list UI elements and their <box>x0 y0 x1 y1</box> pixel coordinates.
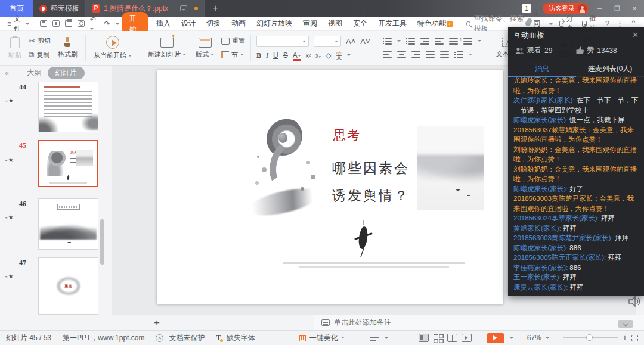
format-painter-button[interactable]: 格式刷 <box>53 34 82 62</box>
slide-thumbnail-47[interactable]: 重点 <box>38 257 98 315</box>
slide-thumbnail-46[interactable] <box>38 198 98 250</box>
more-menu-button[interactable]: ⋮ <box>616 19 624 28</box>
print-preview-icon[interactable] <box>78 20 85 27</box>
slide-sorter-view-button[interactable] <box>433 334 443 342</box>
distribute-icon[interactable] <box>440 51 449 58</box>
slide-title-text[interactable]: 思考 <box>333 127 361 144</box>
slide-thumbnail-45-current[interactable]: 思考 <box>38 140 98 187</box>
tab-docer-templates[interactable]: 稻壳模板 <box>33 0 86 17</box>
outline-tab[interactable]: 大纲 <box>27 68 42 78</box>
slide-number: 44 <box>11 83 26 92</box>
italic-button[interactable]: I <box>266 51 268 60</box>
multilevel-list-icon[interactable] <box>454 51 463 58</box>
justify-icon[interactable] <box>426 51 435 58</box>
underline-button[interactable]: U <box>273 51 278 60</box>
increase-font-icon[interactable]: A˄ <box>346 37 355 46</box>
beautify-button[interactable]: 一键美化 <box>299 333 345 343</box>
normal-view-button[interactable] <box>419 334 429 342</box>
tab-messages[interactable]: 消息 <box>508 61 576 76</box>
paste-button[interactable]: 粘贴 <box>4 34 26 62</box>
subscript-button[interactable]: x₂ <box>315 52 321 59</box>
copy-button[interactable]: ⧉复制 <box>29 50 51 60</box>
tab-animation[interactable]: 动画 <box>226 18 251 29</box>
reading-view-button[interactable] <box>447 334 457 342</box>
clear-format-icon[interactable]: ◇ <box>326 51 331 60</box>
tab-features[interactable]: 特色功能› <box>412 18 458 29</box>
panel-close-icon[interactable]: ✕ <box>632 30 639 39</box>
slides-tab[interactable]: 幻灯片 <box>48 67 85 79</box>
slide-body-line2[interactable]: 诱发舆情？ <box>332 187 410 205</box>
increase-indent-icon[interactable] <box>435 38 444 45</box>
superscript-button[interactable]: x² <box>306 52 311 59</box>
cut-button[interactable]: ✂剪切 <box>29 36 51 45</box>
current-slide[interactable]: 思考 哪些因素会 诱发舆情？ <box>157 70 503 304</box>
fit-to-window-button[interactable] <box>631 335 638 341</box>
export-icon[interactable] <box>52 20 60 27</box>
tab-mic-list[interactable]: 连麦列表(0人) <box>576 61 644 76</box>
line-spacing-icon[interactable] <box>449 38 458 45</box>
reset-button[interactable]: 重置 <box>221 36 245 45</box>
ink-landscape-image[interactable] <box>417 126 484 210</box>
chevron-down-icon <box>347 54 351 58</box>
align-left-icon[interactable] <box>383 51 392 58</box>
bold-button[interactable]: B <box>256 51 261 60</box>
scroll-down-button[interactable] <box>618 320 633 328</box>
notes-bar[interactable]: 单击此处添加备注 <box>314 315 644 330</box>
tab-design[interactable]: 设计 <box>176 18 201 29</box>
zoom-in-button[interactable]: + <box>623 333 627 343</box>
undo-icon[interactable]: ↶ <box>90 15 98 32</box>
presenter-view-button[interactable] <box>462 334 472 342</box>
thumbs-up-icon <box>576 46 584 54</box>
bird-silhouette-image[interactable] <box>352 220 374 258</box>
help-button[interactable]: ? <box>605 19 609 28</box>
layout-button[interactable]: 版式 <box>191 34 219 62</box>
slideshow-play-button[interactable] <box>487 333 504 343</box>
notes-toggle-icon[interactable] <box>370 335 379 341</box>
strikethrough-button[interactable]: S <box>283 51 288 60</box>
play-from-current-button[interactable]: 从当前开始 <box>89 34 137 62</box>
bullet-list-icon[interactable] <box>383 38 392 45</box>
tab-security[interactable]: 安全 <box>348 18 373 29</box>
more-icon[interactable] <box>116 23 119 27</box>
slide-thumbnail-44[interactable] <box>38 82 98 132</box>
new-tab-button[interactable]: + <box>205 0 226 17</box>
comment-bubble-icon[interactable] <box>180 5 187 11</box>
font-color-button[interactable]: A <box>293 51 301 60</box>
tab-insert[interactable]: 插入 <box>151 18 176 29</box>
chat-message-list[interactable]: 尤婉玲家长：金美意，我来围观你的直播啦，为你点赞！ 次仁强珍家长(家长):在下一… <box>508 77 644 296</box>
collapse-ribbon-button[interactable]: ⌃ <box>630 19 637 28</box>
decrease-font-icon[interactable]: A˅ <box>360 37 370 46</box>
missing-font-status[interactable]: 缺失字体 <box>226 333 255 343</box>
slide-body-line1[interactable]: 哪些因素会 <box>332 159 410 178</box>
divider <box>488 35 488 61</box>
decrease-indent-icon[interactable] <box>420 38 429 45</box>
save-icon[interactable] <box>40 20 47 27</box>
zoom-level[interactable]: 67% <box>527 334 541 342</box>
tab-slideshow[interactable]: 幻灯片放映 <box>251 18 298 29</box>
ink-swirl-image[interactable] <box>252 116 318 212</box>
font-name-select[interactable] <box>256 36 309 47</box>
tab-devtools[interactable]: 开发工具 <box>373 18 412 29</box>
protect-status[interactable]: 文档未保护 <box>169 333 205 343</box>
redo-icon[interactable]: ↷ <box>104 20 110 28</box>
text-direction-icon[interactable] <box>463 38 472 45</box>
print-icon[interactable] <box>65 20 72 27</box>
tab-transition[interactable]: 切换 <box>201 18 226 29</box>
zoom-out-button[interactable]: ─ <box>553 333 559 343</box>
align-right-icon[interactable] <box>411 51 420 58</box>
chat-message: 刘盼盼奶奶：金美意，我来围观你的直播啦，为你点赞！ <box>513 164 639 184</box>
add-slide-button[interactable]: + <box>154 317 160 329</box>
section-button[interactable]: 节 <box>221 51 245 60</box>
tab-review[interactable]: 审阅 <box>298 18 323 29</box>
numbered-list-icon[interactable] <box>406 38 415 45</box>
tab-view[interactable]: 视图 <box>323 18 348 29</box>
phonetic-guide-button[interactable]: wén文 <box>336 51 342 60</box>
align-center-icon[interactable] <box>397 51 406 58</box>
zoom-slider[interactable] <box>564 337 618 338</box>
sidebar-scrollbar[interactable] <box>100 219 104 265</box>
new-slide-button[interactable]: 新建幻灯片 <box>143 34 191 62</box>
zoom-slider-knob[interactable] <box>586 334 593 341</box>
speaker-icon[interactable] <box>628 296 641 307</box>
font-size-select[interactable] <box>314 36 341 47</box>
collapse-sidebar-icon[interactable]: « <box>5 69 9 77</box>
